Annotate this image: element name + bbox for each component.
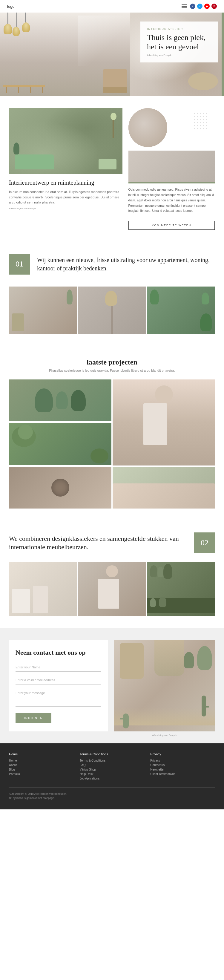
project-image-2 [113,379,215,466]
interior-desc: In dictum non consectetur a erat nam at.… [9,189,122,205]
interior-circle-image [129,108,167,147]
youtube-icon[interactable]: ▶ [204,3,210,9]
footer-col-3-title: Privacy [150,752,215,756]
svg-point-3 [203,113,204,114]
footer-link-blog[interactable]: Blog [9,768,74,771]
interior-section: Interieurontwerp en ruimteplanning In di… [0,96,224,242]
footer-col-1: Home Home About Blog Portfolio [9,752,74,781]
svg-point-26 [197,128,198,129]
footer-copyright: Auteursrecht © 2018 Alle rechten voorbeh… [9,792,67,800]
hero-overlay-card: INTERIEUR ATELIER Thuis is geen plek, he… [140,22,218,62]
projects-grid [9,379,215,466]
projects-grid-row2 [9,467,215,509]
svg-point-28 [203,128,204,129]
grid-photo-3 [147,286,215,334]
svg-point-21 [197,125,198,126]
svg-point-10 [194,119,195,120]
number-box-01: 01 [9,254,30,275]
social-icons: f t ▶ P [190,3,217,9]
footer-link-about[interactable]: About [9,764,74,767]
svg-point-29 [206,128,207,129]
grid-photo-2 [78,286,146,334]
footer-link-testimonials[interactable]: Client Testimonials [150,772,215,776]
footer-link-home[interactable]: Home [9,759,74,762]
design-photo-3 [147,562,215,616]
numbered-desc-01: Wij kunnen een nieuwe, frisse uitstralin… [37,256,215,272]
name-input[interactable] [16,663,101,672]
hamburger-menu[interactable] [181,5,187,8]
svg-point-8 [203,116,204,117]
interior-main-image [9,108,122,174]
contact-form-card: Neem contact met ons op INDIENEN [9,640,108,732]
svg-point-24 [206,125,207,126]
interior-right: Quis commodo odio aenean sed. Risus vive… [129,108,215,230]
twitter-icon[interactable]: t [197,3,202,9]
svg-point-15 [194,122,195,123]
footer-link-privacy[interactable]: Privacy [150,759,215,762]
footer-bottom: Auteursrecht © 2018 Alle rechten voorbeh… [9,787,215,800]
footer-link-jobs[interactable]: Job Aplications [80,777,145,780]
footer-link-helpdesk[interactable]: Help Desk [80,772,145,776]
svg-point-23 [203,125,204,126]
project-image-1 [9,379,111,421]
interior-left: Interieurontwerp en ruimteplanning In di… [9,108,122,210]
svg-point-25 [194,128,195,129]
project-image-3 [9,423,111,465]
interior-right-text: Quis commodo odio aenean sed. Risus vive… [129,187,215,214]
number-02: 02 [201,538,208,547]
design-title: We combineren designklassiekers en samen… [9,535,188,552]
hero-room-image [0,13,130,96]
hero-credit: Afbeelding van Freepik [147,54,211,56]
footer-link-newsletter[interactable]: Newsletter [150,768,215,771]
pinterest-icon[interactable]: P [211,3,217,9]
footer-link-shop[interactable]: Várius Shop [80,768,145,771]
contact-inner: Neem contact met ons op INDIENEN Af [9,640,215,732]
svg-point-18 [203,122,204,123]
footer-link-portfolio[interactable]: Portfolio [9,772,74,776]
footer-link-terms[interactable]: Terms & Conditions [80,759,145,762]
submit-button[interactable]: INDIENEN [16,713,51,723]
svg-point-13 [203,119,204,120]
header-right: f t ▶ P [181,3,217,9]
meer-te-weten-button[interactable]: KOM MEER TE WETEN [129,221,215,230]
footer-link-contact[interactable]: Contact us [150,764,215,767]
hero-label: INTERIEUR ATELIER [147,27,211,30]
svg-point-4 [206,113,207,114]
contact-image-side: Afbeelding van Freepik [114,640,215,732]
design-photo-2 [78,562,146,616]
footer-top: Home Home About Blog Portfolio Terms & C… [9,752,215,781]
interior-title: Interieurontwerp en ruimteplanning [9,179,122,186]
svg-point-22 [200,125,201,126]
email-input[interactable] [16,676,101,684]
projects-subtitle: Phasellus scelerisque is leo quis gravid… [9,369,215,372]
footer: Home Home About Blog Portfolio Terms & C… [0,743,224,810]
projects-section: laatste projecten Phasellus scelerisque … [0,346,224,520]
svg-point-11 [197,119,198,120]
footer-link-faq[interactable]: FAQ [80,764,145,767]
svg-point-16 [197,122,198,123]
header: logo f t ▶ P [0,0,224,13]
design-photos [9,562,215,616]
projects-title: laatste projecten [9,358,215,366]
photo-grid-3 [0,286,224,346]
svg-point-1 [197,113,198,114]
logo: logo [7,4,14,9]
contact-section: Neem contact met ons op INDIENEN Af [0,628,224,743]
footer-col-3: Privacy Privacy Contact us Newsletter Cl… [150,752,215,781]
design-section: We combineren designklassiekers en samen… [0,520,224,628]
message-textarea[interactable] [16,689,101,706]
svg-point-0 [194,113,195,114]
svg-point-7 [200,116,201,117]
contact-title: Neem contact met ons op [16,648,101,657]
interior-right-bottom-image [129,151,215,183]
number-box-02: 02 [194,533,215,553]
design-content: We combineren designklassiekers en samen… [9,533,215,553]
svg-point-17 [200,122,201,123]
design-photo-1 [9,562,77,616]
facebook-icon[interactable]: f [190,3,195,9]
hero-title: Thuis is geen plek, het is een gevoel [147,33,211,51]
svg-point-2 [200,113,201,114]
svg-point-6 [197,116,198,117]
contact-image [114,640,215,732]
numbered-section-01: 01 Wij kunnen een nieuwe, frisse uitstra… [0,242,224,286]
